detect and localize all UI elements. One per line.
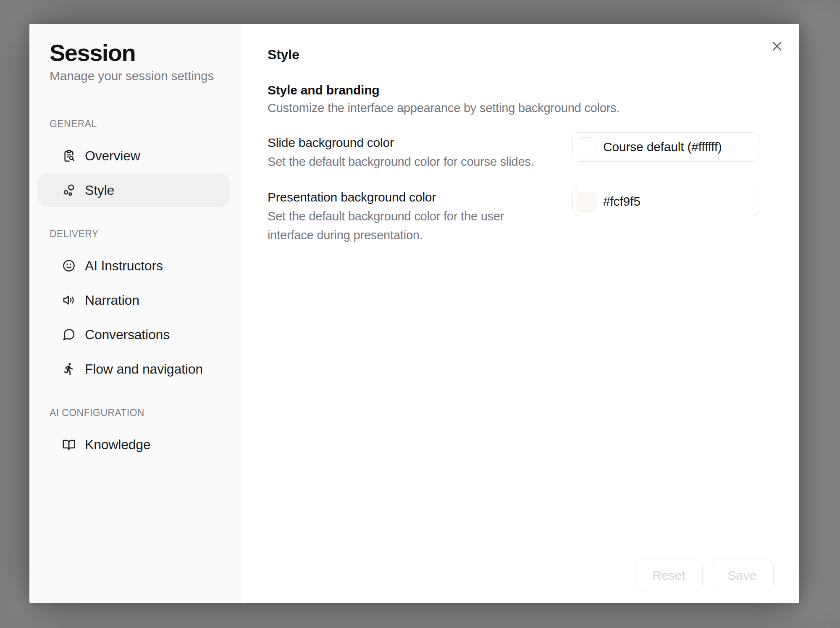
color-swatch	[577, 137, 596, 157]
dialog-title: Session	[50, 39, 230, 67]
save-button[interactable]: Save	[711, 560, 774, 591]
field-description: Set the default background color for cou…	[268, 152, 534, 171]
reset-button[interactable]: Reset	[635, 560, 702, 591]
open-book-icon	[62, 438, 76, 451]
section-label-delivery: DELIVERY	[50, 227, 230, 241]
sidebar-item-label: Flow and navigation	[85, 361, 203, 377]
sidebar-item-label: Narration	[85, 293, 139, 308]
page-title: Style	[268, 46, 759, 63]
sidebar-item-label: Style	[85, 183, 114, 198]
fields: Slide background color Set the default b…	[268, 132, 759, 245]
nav-list-general: Overview Style	[37, 139, 230, 207]
color-value: Course default (#ffffff)	[603, 140, 722, 154]
clipboard-search-icon	[62, 149, 76, 162]
smile-icon	[62, 259, 76, 272]
field-description: Set the default background color for the…	[268, 207, 541, 245]
person-running-icon	[62, 362, 76, 376]
sidebar-item-conversations[interactable]: Conversations	[37, 318, 230, 351]
speech-bubble-icon	[62, 328, 76, 341]
section-label-general: GENERAL	[50, 117, 230, 131]
nav-list-delivery: AI Instructors Narration Conversations	[37, 249, 230, 386]
modal-backdrop: Session Manage your session settings GEN…	[0, 0, 840, 628]
field-presentation-background-color: Presentation background color Set the de…	[268, 187, 759, 245]
sidebar-item-label: Knowledge	[85, 437, 151, 453]
color-value: #fcf9f5	[603, 194, 640, 209]
sidebar-item-knowledge[interactable]: Knowledge	[37, 428, 230, 461]
sidebar-item-ai-instructors[interactable]: AI Instructors	[37, 249, 230, 283]
nav-list-ai-configuration: Knowledge	[37, 428, 230, 461]
sidebar-item-narration[interactable]: Narration	[37, 283, 230, 317]
dialog-footer: Reset Save	[635, 560, 774, 591]
close-button[interactable]	[766, 36, 788, 57]
section-label-ai-configuration: AI CONFIGURATION	[50, 406, 230, 419]
color-swatch	[577, 192, 596, 212]
sidebar-item-overview[interactable]: Overview	[37, 139, 230, 173]
sidebar-item-style[interactable]: Style	[37, 173, 230, 207]
session-settings-dialog: Session Manage your session settings GEN…	[29, 24, 799, 603]
sidebar-item-flow-and-navigation[interactable]: Flow and navigation	[37, 352, 230, 386]
section-description: Customize the interface appearance by se…	[268, 99, 759, 117]
sidebar-item-label: Overview	[85, 148, 140, 164]
close-icon	[769, 39, 785, 54]
settings-panel: Style Style and branding Customize the i…	[242, 24, 799, 603]
sidebar: Session Manage your session settings GEN…	[29, 24, 242, 603]
section-heading: Style and branding	[268, 82, 759, 99]
speaker-volume-icon	[62, 293, 76, 307]
slide-background-color-input[interactable]: Course default (#ffffff)	[572, 132, 759, 162]
dialog-subtitle: Manage your session settings	[50, 67, 230, 85]
bubbles-icon	[62, 183, 76, 197]
sidebar-item-label: Conversations	[85, 327, 170, 343]
presentation-background-color-input[interactable]: #fcf9f5	[572, 187, 759, 216]
field-slide-background-color: Slide background color Set the default b…	[268, 132, 759, 171]
field-label: Presentation background color	[268, 188, 541, 207]
sidebar-item-label: AI Instructors	[85, 258, 163, 274]
field-label: Slide background color	[268, 133, 534, 152]
